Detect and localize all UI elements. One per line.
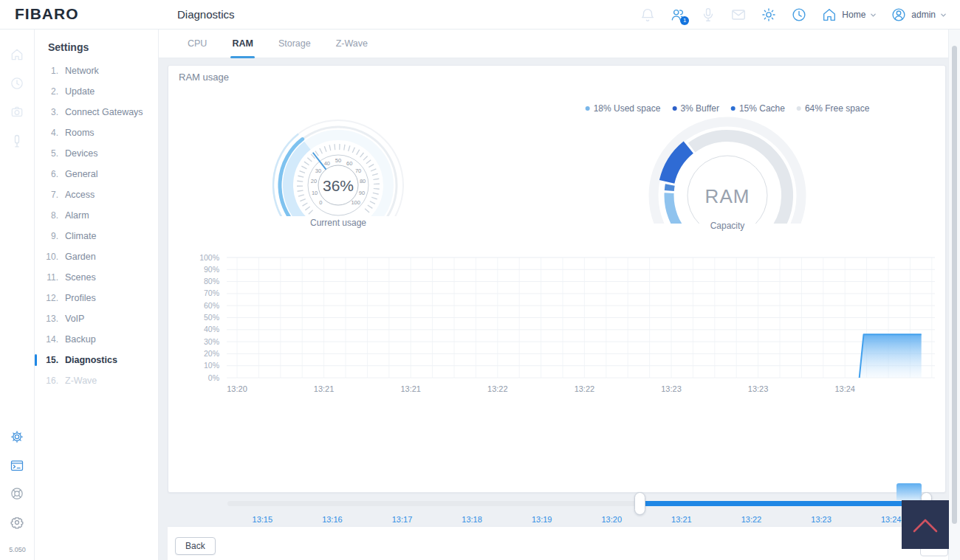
gear-icon[interactable]: [10, 429, 24, 444]
gauge-scale-number: 40: [324, 160, 330, 167]
lifebuoy-icon[interactable]: [10, 486, 24, 501]
corner-widget[interactable]: [902, 500, 949, 549]
settings-sun-icon[interactable]: [761, 7, 777, 23]
sidebar-item-access[interactable]: 7.Access: [35, 184, 158, 205]
x-axis-label: 13:22: [575, 384, 595, 393]
tab-z-wave[interactable]: Z-Wave: [333, 30, 371, 58]
y-axis-label: 20%: [204, 349, 219, 358]
gauge-scale-number: 90: [359, 190, 365, 196]
sidebar-item-update[interactable]: 2.Update: [35, 81, 158, 102]
slider-time-label: 13:15: [227, 515, 298, 524]
top-header: FIBARO Diagnostics 1: [0, 0, 960, 30]
mail-icon[interactable]: [730, 7, 747, 23]
terminal-icon[interactable]: [10, 458, 24, 473]
gauge-scale-number: 80: [360, 178, 366, 184]
sidebar-item-devices[interactable]: 5.Devices: [35, 143, 158, 164]
x-axis-label: 13:23: [748, 384, 769, 393]
legend-item-free-space[interactable]: 64% Free space: [797, 103, 869, 114]
sidebar-item-general[interactable]: 6.General: [35, 164, 158, 184]
user-menu[interactable]: admin: [891, 7, 947, 23]
sidebar-item-climate[interactable]: 9.Climate: [35, 226, 158, 246]
slider-time-label: 13:23: [786, 515, 857, 524]
chevron-down-icon: [870, 12, 877, 18]
back-button[interactable]: Back: [175, 537, 216, 555]
legend-item-cache[interactable]: 15% Cache: [731, 103, 785, 114]
y-axis-label: 90%: [204, 265, 219, 274]
avatar-icon: [891, 7, 907, 23]
sidebar-item-network[interactable]: 1.Network: [35, 61, 158, 81]
home-icon: [821, 7, 837, 23]
x-axis-label: 13:23: [661, 384, 682, 393]
time-range-slider: 13:1513:1613:1713:1813:1913:2013:2113:22…: [227, 418, 926, 477]
slider-time-label: 13:17: [367, 515, 437, 524]
gauge-scale-number: 20: [311, 178, 317, 184]
home-icon[interactable]: [10, 47, 24, 62]
scrollbar-track[interactable]: [948, 30, 960, 560]
x-axis-label: 13:21: [400, 384, 421, 393]
legend-dot: [672, 106, 676, 111]
tab-cpu[interactable]: CPU: [185, 30, 210, 58]
slider-data-preview: [896, 483, 922, 500]
sidebar-item-alarm[interactable]: 8.Alarm: [35, 205, 158, 226]
tab-ram[interactable]: RAM: [229, 30, 256, 58]
header-icon-bar: 1 Home: [640, 0, 947, 30]
sidebar-item-backup[interactable]: 14.Backup: [35, 329, 158, 350]
sidebar-item-scenes[interactable]: 11.Scenes: [35, 267, 158, 288]
ram-usage-panel: RAM usage 18% Used space3% Buffer15% Cac…: [168, 65, 946, 493]
legend-item-used-space[interactable]: 18% Used space: [586, 103, 661, 114]
page-title: Diagnostics: [177, 0, 235, 30]
sidebar-item-garden[interactable]: 10.Garden: [35, 246, 158, 267]
microphone-icon[interactable]: [700, 7, 716, 23]
x-axis-label: 13:24: [834, 384, 855, 393]
sidebar-item-rooms[interactable]: 4.Rooms: [35, 122, 158, 143]
gauge-scale-number: 60: [346, 160, 352, 167]
legend-dot: [586, 106, 590, 111]
gauge-scale-number: 0: [319, 199, 322, 206]
sidebar-item-profiles[interactable]: 12.Profiles: [35, 288, 158, 308]
y-axis-label: 100%: [199, 253, 219, 262]
sidebar-heading: Settings: [48, 41, 158, 53]
donut-segment-buffer: [669, 185, 670, 191]
sidebar-item-voip[interactable]: 13.VoIP: [35, 308, 158, 329]
sidebar-item-connect-gateways[interactable]: 3.Connect Gateways: [35, 102, 158, 122]
fibaro-app: FIBARO Diagnostics 1: [0, 0, 960, 560]
clock-icon[interactable]: [10, 76, 24, 91]
slider-time-label: 13:21: [647, 515, 717, 524]
y-axis-label: 50%: [204, 313, 219, 322]
gauge-scale-number: 30: [315, 167, 321, 174]
users-icon[interactable]: 1: [670, 7, 686, 23]
device-icon[interactable]: [10, 134, 24, 148]
sidebar-item-diagnostics[interactable]: 15.Diagnostics: [35, 350, 158, 370]
slider-selected-range[interactable]: [640, 501, 926, 506]
donut-segment-used-space: [669, 193, 685, 224]
user-label: admin: [911, 10, 936, 20]
y-axis-label: 30%: [204, 337, 219, 346]
gauge-center-label: RAM: [705, 185, 750, 207]
camera-icon[interactable]: [10, 105, 24, 120]
y-axis-label: 70%: [204, 288, 219, 297]
slider-handle-left[interactable]: [634, 492, 645, 515]
capacity-gauge: RAM: [624, 113, 831, 224]
sidebar-item-z-wave[interactable]: 16.Z-Wave: [35, 370, 158, 391]
diagnostics-tabs: CPURAMStorageZ-Wave: [159, 30, 948, 58]
chevron-up-icon: [907, 506, 944, 543]
gauge-caption: Capacity: [624, 221, 831, 231]
gauge-value: 36%: [323, 177, 354, 194]
slider-time-label: 13:16: [298, 515, 368, 524]
fibaro-logo: FIBARO: [15, 5, 79, 23]
current-usage-gauge: 36% 0102030405060708090100: [257, 108, 419, 216]
alarm-bell-icon[interactable]: [640, 7, 656, 23]
area-series: [860, 334, 922, 378]
x-axis-label: 13:20: [227, 384, 247, 393]
scrollbar-thumb[interactable]: [952, 46, 957, 524]
gauge-scale-number: 50: [335, 157, 341, 164]
slider-time-label: 13:18: [437, 515, 507, 524]
y-axis-label: 0%: [208, 373, 219, 382]
clock-icon[interactable]: [791, 7, 807, 23]
gear-alt-icon[interactable]: [10, 515, 24, 530]
tab-storage[interactable]: Storage: [275, 30, 314, 58]
home-selector[interactable]: Home: [821, 7, 877, 23]
panel-title: RAM usage: [179, 72, 229, 83]
legend-item-buffer[interactable]: 3% Buffer: [672, 103, 719, 114]
donut-segment-free-space: [692, 136, 787, 224]
